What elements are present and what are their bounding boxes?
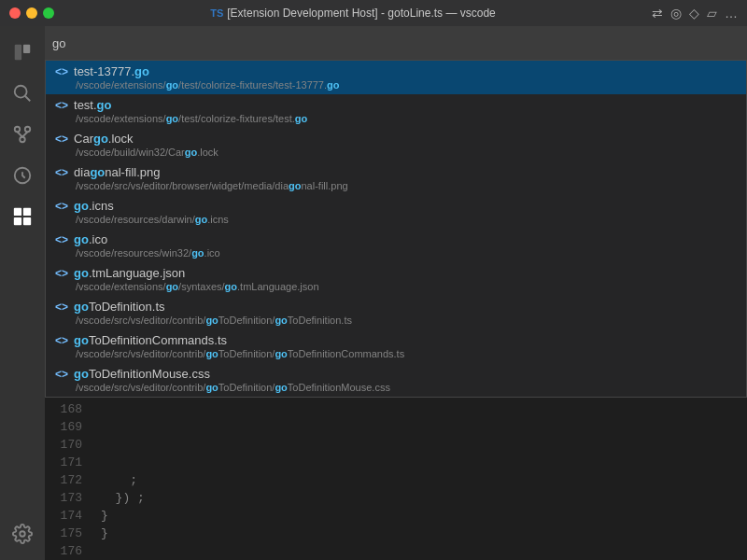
code-line	[101, 436, 734, 454]
command-palette: <> test-13777.go /vscode/extensions/go/t…	[45, 26, 747, 398]
item-path: /vscode/build/win32/Cargo.lock	[55, 147, 737, 158]
ts-icon: TS	[210, 7, 223, 19]
title-bar-icons: ⇄ ◎ ◇ ▱ …	[652, 6, 738, 21]
item-path: /vscode/src/vs/editor/contrib/goToDefini…	[55, 382, 737, 393]
svg-point-5	[25, 127, 31, 133]
dropdown-item[interactable]: <> go.icns /vscode/resources/darwin/go.i…	[46, 195, 746, 229]
maximize-button[interactable]	[43, 7, 54, 19]
svg-rect-11	[23, 208, 31, 216]
dropdown-item[interactable]: <> test.go /vscode/extensions/go/test/co…	[46, 94, 746, 128]
item-name: <> go.tmLanguage.json	[55, 266, 737, 280]
svg-point-4	[15, 127, 21, 133]
item-name: <> test-13777.go	[55, 64, 737, 78]
activity-icon-scm[interactable]	[4, 116, 41, 153]
code-line	[101, 542, 734, 560]
item-name: <> Cargo.lock	[55, 132, 737, 146]
dropdown-item[interactable]: <> goToDefinitionMouse.css /vscode/src/v…	[46, 363, 746, 397]
svg-rect-0	[15, 45, 21, 61]
item-path: /vscode/src/vs/editor/browser/widget/med…	[55, 180, 737, 191]
item-path: /vscode/resources/darwin/go.icns	[55, 214, 737, 225]
close-button[interactable]	[9, 7, 21, 19]
svg-point-6	[20, 137, 25, 143]
dropdown-item[interactable]: <> diagonal-fill.png /vscode/src/vs/edit…	[46, 161, 746, 195]
dropdown-item[interactable]: <> test-13777.go /vscode/extensions/go/t…	[46, 61, 746, 94]
file-code-icon: <>	[55, 368, 68, 381]
code-line: }) ;	[101, 489, 734, 507]
file-code-icon: <>	[55, 200, 68, 213]
item-name: <> go.ico	[55, 232, 737, 246]
dropdown-item[interactable]: <> go.ico /vscode/resources/win32/go.ico	[46, 229, 746, 262]
window-title: TS [Extension Development Host] - gotoLi…	[210, 7, 496, 20]
svg-rect-1	[23, 45, 30, 53]
item-name: <> go.icns	[55, 199, 737, 213]
activity-bar	[0, 26, 45, 560]
code-line	[101, 418, 734, 436]
command-input-row	[45, 26, 747, 60]
more-actions-icon[interactable]: …	[725, 6, 738, 21]
file-code-icon: <>	[55, 233, 68, 246]
svg-rect-12	[14, 217, 21, 225]
file-code-icon: <>	[55, 99, 68, 112]
dropdown-item[interactable]: <> Cargo.lock /vscode/build/win32/Cargo.…	[46, 128, 746, 161]
svg-rect-10	[14, 208, 21, 216]
split-editor-icon[interactable]: ▱	[707, 6, 717, 21]
activity-icon-extensions[interactable]	[4, 198, 41, 235]
svg-rect-13	[23, 217, 31, 225]
file-code-icon: <>	[55, 334, 68, 347]
svg-point-2	[15, 86, 27, 98]
item-name: <> goToDefinitionMouse.css	[55, 367, 737, 381]
file-code-icon: <>	[55, 65, 68, 78]
dropdown-item[interactable]: <> goToDefinitionCommands.ts /vscode/src…	[46, 329, 746, 363]
minimize-button[interactable]	[26, 7, 37, 19]
svg-point-14	[20, 531, 25, 537]
code-line	[101, 400, 734, 418]
item-path: /vscode/src/vs/editor/contrib/goToDefini…	[55, 315, 737, 326]
item-name: <> goToDefinitionCommands.ts	[55, 333, 737, 347]
activity-icon-debug[interactable]	[4, 157, 41, 194]
item-path: /vscode/src/vs/editor/contrib/goToDefini…	[55, 348, 737, 359]
diamond-icon[interactable]: ◇	[689, 6, 699, 21]
command-palette-wrapper: <> test-13777.go /vscode/extensions/go/t…	[45, 26, 747, 398]
svg-line-3	[25, 96, 31, 102]
activity-icon-search[interactable]	[4, 75, 41, 112]
editor-area: TS findControlle <> test-13777.go	[45, 26, 747, 560]
dropdown-results: <> test-13777.go /vscode/extensions/go/t…	[45, 60, 747, 398]
code-line: }	[101, 507, 734, 525]
file-code-icon: <>	[55, 166, 68, 179]
item-name: <> goToDefinition.ts	[55, 300, 737, 314]
title-bar: TS [Extension Development Host] - gotoLi…	[0, 0, 747, 26]
code-line: }	[101, 525, 734, 542]
code-line: ;	[101, 471, 734, 489]
dropdown-item[interactable]: <> goToDefinition.ts /vscode/src/vs/edit…	[46, 296, 746, 329]
command-palette-input[interactable]	[52, 36, 740, 50]
main-layout: TS findControlle <> test-13777.go	[0, 26, 747, 560]
item-path: /vscode/extensions/go/test/colorize-fixt…	[55, 113, 737, 124]
svg-line-7	[18, 132, 23, 137]
dropdown-item[interactable]: <> go.tmLanguage.json /vscode/extensions…	[46, 262, 746, 296]
file-code-icon: <>	[55, 133, 68, 146]
code-line	[101, 454, 734, 471]
item-name: <> diagonal-fill.png	[55, 165, 737, 179]
remote-icon[interactable]: ⇄	[652, 6, 663, 21]
item-path: /vscode/resources/win32/go.ico	[55, 247, 737, 259]
person-icon[interactable]: ◎	[670, 6, 682, 21]
traffic-lights	[9, 7, 54, 19]
activity-icon-explorer[interactable]	[4, 34, 41, 71]
item-path: /vscode/extensions/go/syntaxes/go.tmLang…	[55, 281, 737, 292]
file-code-icon: <>	[55, 267, 68, 280]
activity-icon-settings[interactable]	[4, 515, 41, 553]
item-name: <> test.go	[55, 98, 737, 112]
item-path: /vscode/extensions/go/test/colorize-fixt…	[55, 79, 737, 91]
svg-line-8	[22, 132, 28, 137]
file-code-icon: <>	[55, 301, 68, 314]
